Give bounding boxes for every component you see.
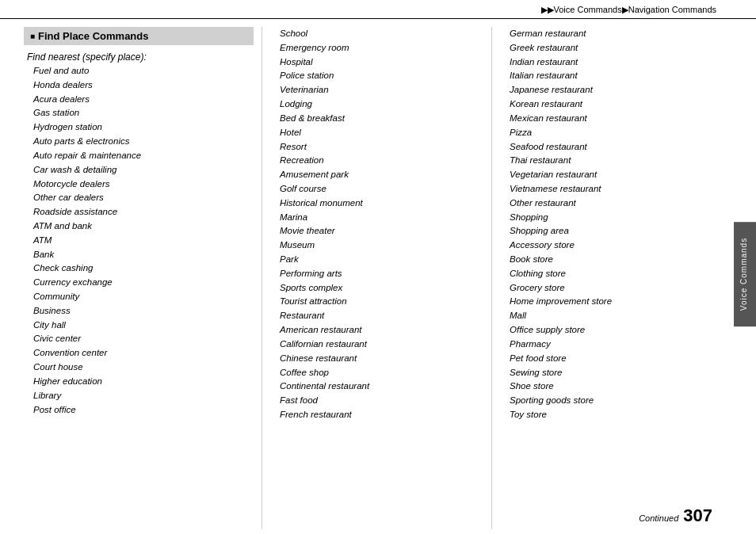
list-item: Continental restaurant — [280, 380, 483, 394]
list-item: Bed & breakfast — [280, 112, 483, 126]
list-item: Fast food — [280, 394, 483, 408]
main-content: Find Place Commands Find nearest (specif… — [0, 19, 756, 529]
section-title: Find Place Commands — [38, 30, 148, 42]
list-item: Grocery store — [510, 281, 748, 296]
list-item: Tourist attraction — [280, 295, 483, 309]
list-item: Movie theater — [280, 224, 483, 238]
left-column: Find Place Commands Find nearest (specif… — [0, 27, 262, 529]
list-item: Office supply store — [510, 323, 748, 338]
list-item: Japanese restaurant — [510, 83, 748, 97]
list-item: Civic center — [33, 332, 254, 346]
list-item: Fuel and auto — [33, 64, 254, 78]
list-item: Community — [33, 290, 254, 304]
list-item: Shopping — [510, 211, 748, 225]
list-item: Californian restaurant — [280, 338, 483, 352]
list-item: Thai restaurant — [510, 154, 748, 168]
list-item: Italian restaurant — [510, 69, 748, 83]
list-item: Sports complex — [280, 281, 483, 296]
list-item: Mall — [510, 309, 748, 323]
list-item: Accessory store — [510, 238, 748, 253]
list-item: Pet food store — [510, 352, 748, 366]
list-item: Shoe store — [510, 380, 748, 394]
side-tab-label: Voice Commands — [739, 238, 748, 311]
middle-item-list: SchoolEmergency roomHospitalPolice stati… — [270, 27, 483, 422]
list-item: School — [280, 27, 483, 41]
list-item: Post office — [33, 403, 254, 418]
list-item: Hydrogen station — [33, 120, 254, 135]
list-item: Other car dealers — [33, 191, 254, 205]
list-item: Chinese restaurant — [280, 352, 483, 366]
list-item: Roadside assistance — [33, 205, 254, 219]
list-item: Clothing store — [510, 267, 748, 281]
list-item: Hotel — [280, 126, 483, 140]
list-item: Bank — [33, 248, 254, 262]
list-item: Acura dealers — [33, 93, 254, 107]
list-item: Court house — [33, 360, 254, 375]
middle-column: SchoolEmergency roomHospitalPolice stati… — [262, 27, 491, 529]
list-item: Car wash & detailing — [33, 163, 254, 177]
list-item: Historical monument — [280, 196, 483, 211]
list-item: Auto parts & electronics — [33, 135, 254, 149]
list-item: Lodging — [280, 97, 483, 112]
list-item: Pharmacy — [510, 338, 748, 352]
section-header: Find Place Commands — [24, 27, 254, 45]
list-item: Recreation — [280, 154, 483, 168]
list-item: Sporting goods store — [510, 394, 748, 408]
list-item: Currency exchange — [33, 276, 254, 290]
list-item: Check cashing — [33, 261, 254, 276]
list-item: ATM and bank — [33, 219, 254, 234]
list-item: Sewing store — [510, 366, 748, 380]
list-item: Restaurant — [280, 309, 483, 323]
list-item: Seafood restaurant — [510, 140, 748, 154]
list-item: Home improvement store — [510, 295, 748, 309]
continued-text: Continued — [639, 513, 678, 523]
list-item: Greek restaurant — [510, 41, 748, 55]
list-item: Library — [33, 389, 254, 403]
list-item: Pizza — [510, 126, 748, 140]
list-item: Emergency room — [280, 41, 483, 55]
page-number: 307 — [683, 505, 712, 526]
list-item: French restaurant — [280, 408, 483, 422]
list-item: Motorcycle dealers — [33, 177, 254, 192]
list-item: Toy store — [510, 408, 748, 422]
list-item: Museum — [280, 238, 483, 253]
list-item: Higher education — [33, 375, 254, 389]
list-item: Vegetarian restaurant — [510, 168, 748, 182]
list-item: Gas station — [33, 106, 254, 120]
list-item: Business — [33, 304, 254, 318]
list-item: City hall — [33, 318, 254, 333]
list-item: Performing arts — [280, 267, 483, 281]
list-item: American restaurant — [280, 323, 483, 338]
find-nearest-label: Find nearest (specify place): — [24, 51, 254, 63]
list-item: Auto repair & maintenance — [33, 149, 254, 163]
list-item: ATM — [33, 234, 254, 248]
top-bar: ▶▶Voice Commands▶Navigation Commands — [0, 0, 756, 19]
list-item: Amusement park — [280, 168, 483, 182]
list-item: Marina — [280, 211, 483, 225]
list-item: Other restaurant — [510, 196, 748, 211]
list-item: Park — [280, 253, 483, 267]
list-item: Vietnamese restaurant — [510, 182, 748, 196]
list-item: Indian restaurant — [510, 55, 748, 70]
list-item: Golf course — [280, 182, 483, 196]
side-tab: Voice Commands — [734, 222, 756, 326]
list-item: Shopping area — [510, 224, 748, 238]
list-item: German restaurant — [510, 27, 748, 41]
list-item: Coffee shop — [280, 366, 483, 380]
right-item-list: German restaurantGreek restaurantIndian … — [500, 27, 748, 422]
list-item: Resort — [280, 140, 483, 154]
list-item: Veterinarian — [280, 83, 483, 97]
list-item: Korean restaurant — [510, 97, 748, 112]
list-item: Hospital — [280, 55, 483, 70]
left-item-list: Fuel and autoHonda dealersAcura dealersG… — [24, 64, 254, 417]
breadcrumb: ▶▶Voice Commands▶Navigation Commands — [541, 5, 716, 15]
list-item: Book store — [510, 253, 748, 267]
list-item: Mexican restaurant — [510, 112, 748, 126]
list-item: Convention center — [33, 346, 254, 360]
list-item: Honda dealers — [33, 78, 254, 93]
right-column: German restaurantGreek restaurantIndian … — [491, 27, 756, 529]
list-item: Police station — [280, 69, 483, 83]
bottom-bar: Continued 307 — [639, 505, 712, 526]
